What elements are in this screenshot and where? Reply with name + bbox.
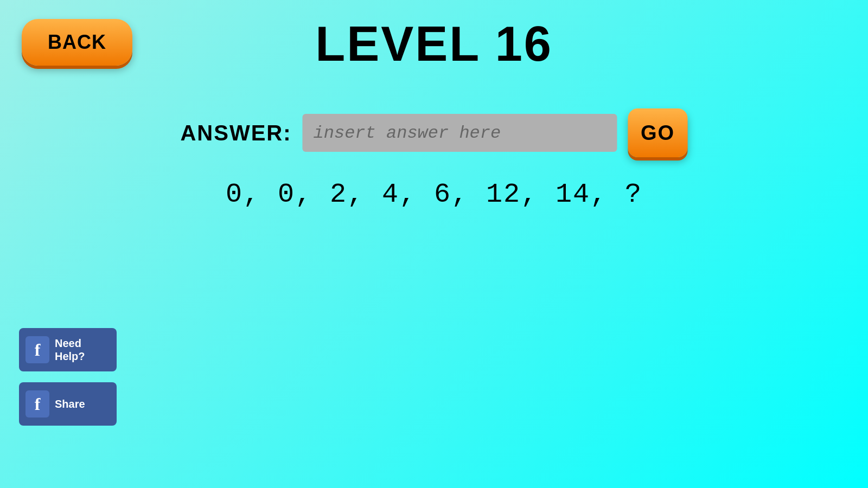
answer-section: ANSWER: GO — [180, 108, 687, 157]
page-title: LEVEL 16 — [315, 16, 553, 72]
facebook-share-icon: f — [25, 390, 49, 418]
answer-label: ANSWER: — [180, 121, 291, 145]
need-help-label: NeedHelp? — [55, 337, 85, 363]
facebook-need-help-button[interactable]: f NeedHelp? — [19, 328, 117, 371]
answer-input[interactable] — [303, 114, 617, 152]
share-label: Share — [55, 397, 85, 410]
go-button[interactable]: GO — [628, 108, 688, 157]
facebook-share-button[interactable]: f Share — [19, 382, 117, 426]
facebook-icon: f — [25, 336, 49, 363]
sequence-text: 0, 0, 2, 4, 6, 12, 14, ? — [226, 179, 642, 210]
back-button[interactable]: BACK — [22, 19, 132, 66]
